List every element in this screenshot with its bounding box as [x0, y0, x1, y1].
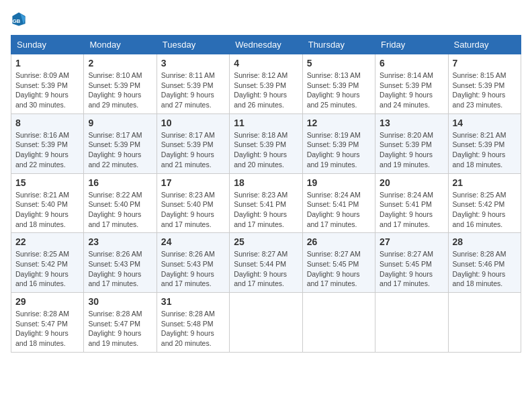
calendar-cell	[375, 293, 448, 353]
day-number: 8	[15, 118, 79, 128]
day-number: 18	[234, 177, 298, 188]
day-info: Sunrise: 8:24 AM Sunset: 5:41 PM Dayligh…	[307, 190, 371, 230]
day-info: Sunrise: 8:26 AM Sunset: 5:43 PM Dayligh…	[88, 249, 152, 289]
day-number: 30	[88, 296, 152, 307]
day-number: 21	[453, 177, 517, 188]
day-number: 2	[88, 58, 152, 68]
day-info: Sunrise: 8:17 AM Sunset: 5:39 PM Dayligh…	[161, 130, 225, 170]
day-number: 29	[15, 296, 79, 307]
day-info: Sunrise: 8:21 AM Sunset: 5:40 PM Dayligh…	[15, 190, 79, 230]
day-info: Sunrise: 8:22 AM Sunset: 5:40 PM Dayligh…	[88, 190, 152, 230]
day-number: 16	[88, 177, 152, 188]
calendar-cell: 15 Sunrise: 8:21 AM Sunset: 5:40 PM Dayl…	[11, 173, 84, 233]
week-row-2: 8 Sunrise: 8:16 AM Sunset: 5:39 PM Dayli…	[11, 113, 521, 173]
day-number: 5	[307, 58, 371, 68]
day-info: Sunrise: 8:09 AM Sunset: 5:39 PM Dayligh…	[15, 71, 79, 110]
day-info: Sunrise: 8:15 AM Sunset: 5:39 PM Dayligh…	[453, 71, 517, 110]
calendar-cell: 13 Sunrise: 8:20 AM Sunset: 5:39 PM Dayl…	[375, 113, 448, 173]
calendar-cell: 12 Sunrise: 8:19 AM Sunset: 5:39 PM Dayl…	[302, 113, 375, 173]
day-number: 26	[307, 236, 371, 247]
calendar-cell: 17 Sunrise: 8:23 AM Sunset: 5:40 PM Dayl…	[157, 173, 229, 233]
weekday-header-sunday: Sunday	[11, 36, 84, 54]
day-number: 17	[161, 177, 225, 188]
day-info: Sunrise: 8:20 AM Sunset: 5:39 PM Dayligh…	[380, 130, 443, 170]
day-info: Sunrise: 8:17 AM Sunset: 5:39 PM Dayligh…	[88, 130, 152, 170]
calendar-table: SundayMondayTuesdayWednesdayThursdayFrid…	[11, 35, 521, 353]
calendar-cell: 4 Sunrise: 8:12 AM Sunset: 5:39 PM Dayli…	[230, 54, 302, 114]
day-number: 15	[15, 177, 79, 188]
day-number: 14	[453, 118, 517, 128]
week-row-5: 29 Sunrise: 8:28 AM Sunset: 5:47 PM Dayl…	[11, 293, 521, 353]
day-number: 9	[88, 118, 152, 128]
day-number: 7	[453, 58, 517, 68]
logo-icon: GB	[11, 11, 27, 27]
calendar-cell: 9 Sunrise: 8:17 AM Sunset: 5:39 PM Dayli…	[84, 113, 157, 173]
day-info: Sunrise: 8:18 AM Sunset: 5:39 PM Dayligh…	[234, 130, 298, 170]
weekday-header-thursday: Thursday	[302, 36, 375, 54]
calendar-cell: 27 Sunrise: 8:27 AM Sunset: 5:45 PM Dayl…	[375, 233, 448, 293]
day-info: Sunrise: 8:21 AM Sunset: 5:39 PM Dayligh…	[453, 130, 517, 170]
day-number: 11	[234, 118, 298, 128]
calendar-cell: 14 Sunrise: 8:21 AM Sunset: 5:39 PM Dayl…	[448, 113, 521, 173]
day-info: Sunrise: 8:13 AM Sunset: 5:39 PM Dayligh…	[307, 71, 371, 110]
calendar-cell: 1 Sunrise: 8:09 AM Sunset: 5:39 PM Dayli…	[11, 54, 84, 114]
weekday-header-saturday: Saturday	[448, 36, 521, 54]
calendar-cell: 29 Sunrise: 8:28 AM Sunset: 5:47 PM Dayl…	[11, 293, 84, 353]
day-info: Sunrise: 8:28 AM Sunset: 5:47 PM Dayligh…	[88, 309, 152, 349]
week-row-4: 22 Sunrise: 8:25 AM Sunset: 5:42 PM Dayl…	[11, 233, 521, 293]
calendar-cell: 21 Sunrise: 8:25 AM Sunset: 5:42 PM Dayl…	[448, 173, 521, 233]
weekday-header-row: SundayMondayTuesdayWednesdayThursdayFrid…	[11, 36, 521, 54]
day-number: 31	[161, 296, 225, 307]
week-row-1: 1 Sunrise: 8:09 AM Sunset: 5:39 PM Dayli…	[11, 54, 521, 114]
calendar-cell: 19 Sunrise: 8:24 AM Sunset: 5:41 PM Dayl…	[302, 173, 375, 233]
day-info: Sunrise: 8:16 AM Sunset: 5:39 PM Dayligh…	[15, 130, 79, 170]
weekday-header-friday: Friday	[375, 36, 448, 54]
day-number: 28	[453, 236, 517, 247]
calendar-cell: 22 Sunrise: 8:25 AM Sunset: 5:42 PM Dayl…	[11, 233, 84, 293]
day-number: 13	[380, 118, 443, 128]
day-info: Sunrise: 8:19 AM Sunset: 5:39 PM Dayligh…	[307, 130, 371, 170]
header: GB	[11, 11, 521, 27]
calendar-cell: 10 Sunrise: 8:17 AM Sunset: 5:39 PM Dayl…	[157, 113, 229, 173]
day-info: Sunrise: 8:10 AM Sunset: 5:39 PM Dayligh…	[88, 71, 152, 110]
weekday-header-monday: Monday	[84, 36, 157, 54]
calendar-cell: 16 Sunrise: 8:22 AM Sunset: 5:40 PM Dayl…	[84, 173, 157, 233]
week-row-3: 15 Sunrise: 8:21 AM Sunset: 5:40 PM Dayl…	[11, 173, 521, 233]
day-number: 4	[234, 58, 298, 68]
calendar-cell: 24 Sunrise: 8:26 AM Sunset: 5:43 PM Dayl…	[157, 233, 229, 293]
calendar-cell: 25 Sunrise: 8:27 AM Sunset: 5:44 PM Dayl…	[230, 233, 302, 293]
calendar-cell: 2 Sunrise: 8:10 AM Sunset: 5:39 PM Dayli…	[84, 54, 157, 114]
calendar-cell: 30 Sunrise: 8:28 AM Sunset: 5:47 PM Dayl…	[84, 293, 157, 353]
calendar-cell: 18 Sunrise: 8:23 AM Sunset: 5:41 PM Dayl…	[230, 173, 302, 233]
day-info: Sunrise: 8:25 AM Sunset: 5:42 PM Dayligh…	[453, 190, 517, 230]
calendar-cell: 31 Sunrise: 8:28 AM Sunset: 5:48 PM Dayl…	[157, 293, 229, 353]
calendar-cell	[302, 293, 375, 353]
day-number: 27	[380, 236, 443, 247]
day-number: 1	[15, 58, 79, 68]
calendar-cell: 26 Sunrise: 8:27 AM Sunset: 5:45 PM Dayl…	[302, 233, 375, 293]
calendar-cell: 3 Sunrise: 8:11 AM Sunset: 5:39 PM Dayli…	[157, 54, 229, 114]
calendar-cell: 23 Sunrise: 8:26 AM Sunset: 5:43 PM Dayl…	[84, 233, 157, 293]
day-info: Sunrise: 8:23 AM Sunset: 5:41 PM Dayligh…	[234, 190, 298, 230]
day-number: 6	[380, 58, 443, 68]
calendar-cell: 7 Sunrise: 8:15 AM Sunset: 5:39 PM Dayli…	[448, 54, 521, 114]
day-number: 12	[307, 118, 371, 128]
day-number: 10	[161, 118, 225, 128]
day-info: Sunrise: 8:28 AM Sunset: 5:48 PM Dayligh…	[161, 309, 225, 349]
calendar-cell: 8 Sunrise: 8:16 AM Sunset: 5:39 PM Dayli…	[11, 113, 84, 173]
weekday-header-tuesday: Tuesday	[157, 36, 229, 54]
svg-text:GB: GB	[12, 18, 20, 24]
day-number: 20	[380, 177, 443, 188]
day-info: Sunrise: 8:25 AM Sunset: 5:42 PM Dayligh…	[15, 249, 79, 289]
day-info: Sunrise: 8:28 AM Sunset: 5:47 PM Dayligh…	[15, 309, 79, 349]
calendar-cell	[448, 293, 521, 353]
calendar-cell: 11 Sunrise: 8:18 AM Sunset: 5:39 PM Dayl…	[230, 113, 302, 173]
day-number: 22	[15, 236, 79, 247]
calendar-cell	[230, 293, 302, 353]
day-info: Sunrise: 8:26 AM Sunset: 5:43 PM Dayligh…	[161, 249, 225, 289]
day-number: 3	[161, 58, 225, 68]
calendar-cell: 28 Sunrise: 8:28 AM Sunset: 5:46 PM Dayl…	[448, 233, 521, 293]
calendar-cell: 6 Sunrise: 8:14 AM Sunset: 5:39 PM Dayli…	[375, 54, 448, 114]
logo: GB	[11, 11, 30, 27]
day-number: 25	[234, 236, 298, 247]
